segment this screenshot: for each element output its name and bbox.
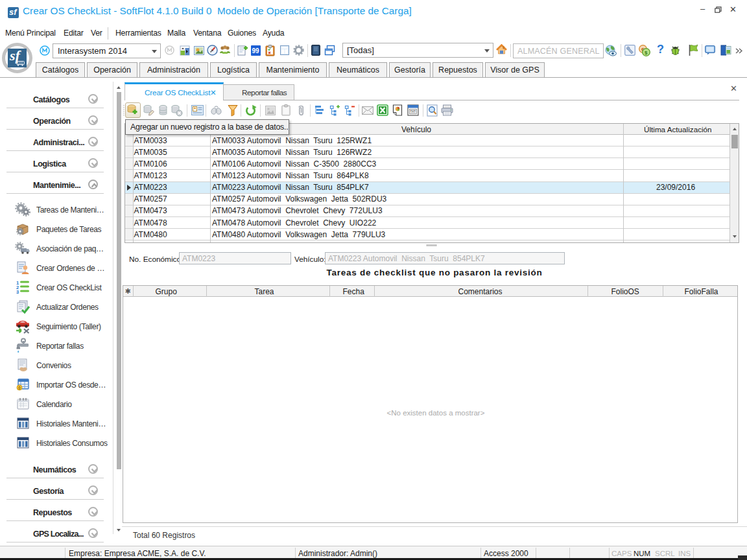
svg-text:$: $ bbox=[645, 50, 648, 56]
svg-text:TXT: TXT bbox=[410, 110, 416, 113]
svg-text:99: 99 bbox=[252, 47, 260, 54]
svg-text:0: 0 bbox=[18, 386, 21, 390]
svg-text:3: 3 bbox=[16, 289, 19, 295]
